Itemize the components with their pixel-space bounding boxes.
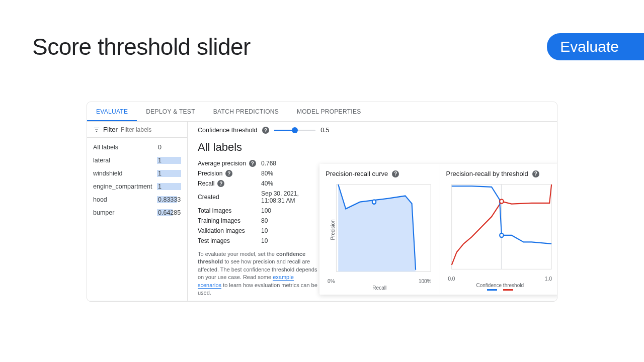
section-title: All labels — [198, 141, 547, 154]
metric-validation-v: 10 — [261, 227, 318, 234]
svg-point-5 — [500, 233, 504, 237]
filter-input[interactable] — [121, 126, 196, 133]
label-row[interactable]: lateral 1 — [87, 154, 187, 167]
help-icon[interactable]: ? — [225, 170, 232, 177]
label-name: hood — [93, 196, 107, 203]
help-icon[interactable]: ? — [249, 160, 256, 167]
chart-pr-curve-xlabel: Recall — [326, 285, 434, 291]
label-row[interactable]: hood 0.83333 — [87, 193, 187, 206]
label-name: windshield — [93, 170, 122, 177]
sidebar: Filter All labels 0lateral 1windshield 1… — [87, 122, 188, 301]
label-name: All labels — [93, 144, 118, 151]
label-row[interactable]: All labels 0 — [87, 141, 187, 154]
evaluate-pill: Evaluate — [547, 33, 644, 60]
filter-row: Filter — [87, 122, 187, 138]
label-name: bumper — [93, 209, 114, 216]
chart-pr-curve-ylabel: Precision — [330, 219, 336, 240]
metric-training-v: 80 — [261, 217, 318, 224]
label-value: 1 — [157, 183, 162, 190]
label-value: 1 — [157, 157, 162, 164]
slider-thumb[interactable] — [292, 127, 298, 133]
tabs: EVALUATE DEPLOY & TEST BATCH PREDICTIONS… — [87, 102, 557, 122]
tab-evaluate[interactable]: EVALUATE — [87, 102, 137, 121]
label-value: 1 — [157, 170, 162, 177]
label-row[interactable]: engine_compartment 1 — [87, 180, 187, 193]
tick: 100% — [419, 279, 432, 284]
tab-model-properties[interactable]: MODEL PROPERTIES — [288, 102, 370, 121]
metric-training-k: Training images — [198, 217, 258, 224]
tick: 0% — [328, 279, 335, 284]
page-title: Score threshold slider — [32, 33, 251, 60]
metric-test-k: Test images — [198, 237, 258, 244]
label-value: 0 — [157, 144, 162, 151]
chart-pr-curve-plot: Precision — [326, 182, 434, 278]
svg-point-1 — [372, 200, 376, 204]
metric-avg-precision-k: Average precision — [198, 160, 246, 167]
label-name: engine_compartment — [93, 183, 152, 190]
metric-test-v: 10 — [261, 237, 318, 244]
tick: 0.0 — [448, 276, 455, 282]
help-icon[interactable]: ? — [532, 170, 539, 177]
label-name: lateral — [93, 157, 110, 164]
chart-pr-threshold-plot — [446, 182, 554, 275]
metric-created-v: Sep 30, 2021, 11:08:31 AM — [261, 190, 318, 204]
chart-pr-threshold-xlabel: Confidence threshold — [446, 283, 554, 288]
help-icon[interactable]: ? — [262, 127, 269, 134]
label-value: 0.83333 — [157, 196, 181, 203]
filter-label: Filter — [103, 126, 118, 133]
metric-precision-v: 80% — [261, 170, 318, 177]
tab-deploy-test[interactable]: DEPLOY & TEST — [137, 102, 204, 121]
metrics-table: Average precision? 0.768 Precision? 80% … — [198, 160, 318, 244]
filter-icon — [93, 126, 100, 133]
metric-total-v: 100 — [261, 207, 318, 214]
chart-pr-curve: Precision-recall curve ? Precision — [319, 164, 440, 295]
threshold-label: Confidence threshold — [198, 127, 257, 134]
help-icon[interactable]: ? — [217, 180, 224, 187]
console-panel: EVALUATE DEPLOY & TEST BATCH PREDICTIONS… — [87, 102, 557, 302]
tick: 1.0 — [545, 276, 552, 282]
threshold-row: Confidence threshold ? 0.5 — [198, 127, 547, 134]
chart-pr-curve-title: Precision-recall curve — [326, 170, 388, 177]
metric-recall-k: Recall — [198, 180, 214, 187]
metric-total-k: Total images — [198, 207, 258, 214]
metric-precision-k: Precision — [198, 170, 222, 177]
chart-pr-threshold: Precision-recall by threshold ? — [440, 164, 558, 295]
label-row[interactable]: bumper 0.64285 — [87, 206, 187, 219]
confidence-slider[interactable] — [274, 127, 315, 134]
metric-validation-k: Validation images — [198, 227, 258, 234]
metric-recall-v: 40% — [261, 180, 318, 187]
label-row[interactable]: windshield 1 — [87, 167, 187, 180]
label-list: All labels 0lateral 1windshield 1engine_… — [87, 138, 187, 222]
main-panel: Confidence threshold ? 0.5 All labels Av… — [188, 122, 557, 301]
metric-created-k: Created — [198, 190, 258, 204]
label-value: 0.64285 — [157, 209, 181, 216]
chart-legend — [446, 289, 554, 291]
chart-pr-threshold-title: Precision-recall by threshold — [446, 170, 528, 177]
help-icon[interactable]: ? — [392, 170, 399, 177]
threshold-value: 0.5 — [320, 127, 329, 134]
svg-point-4 — [500, 199, 504, 203]
metric-avg-precision-v: 0.768 — [261, 160, 318, 167]
help-text: To evaluate your model, set the confiden… — [198, 250, 318, 297]
tab-batch-predictions[interactable]: BATCH PREDICTIONS — [204, 102, 288, 121]
charts-panel: Precision-recall curve ? Precision — [319, 164, 557, 295]
